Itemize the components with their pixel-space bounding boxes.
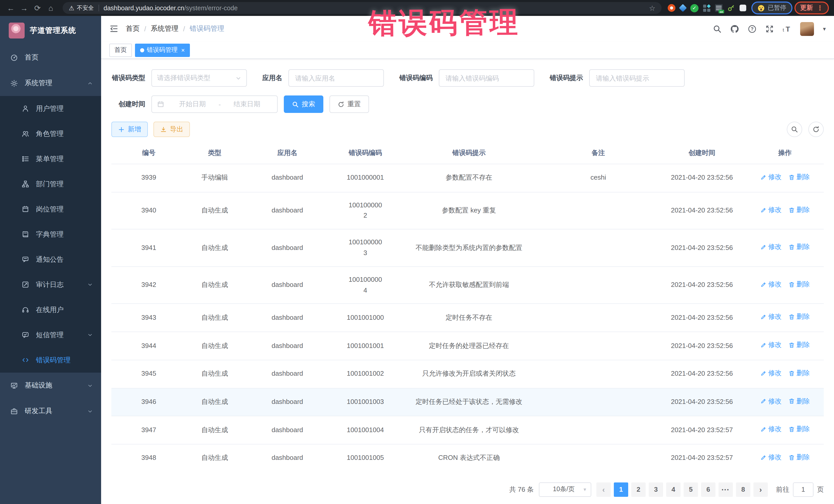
avatar-caret-icon[interactable]: ▾ (823, 25, 826, 32)
table-row: 3944自动生成dashboard1001001001定时任务的处理器已经存在2… (111, 332, 824, 360)
bookmark-star-icon[interactable]: ☆ (649, 4, 655, 12)
sidebar-item-audit-logs[interactable]: 审计日志 (0, 272, 101, 297)
sidebar-item-positions[interactable]: 岗位管理 (0, 197, 101, 222)
delete-link[interactable]: 删除 (788, 279, 810, 290)
fullscreen-icon[interactable] (766, 24, 774, 33)
extension-icon-4[interactable] (703, 4, 710, 12)
sidebar-item-system[interactable]: 系统管理 (0, 70, 101, 96)
page-button-4[interactable]: 4 (666, 482, 681, 497)
add-button[interactable]: 新增 (111, 122, 148, 137)
delete-link[interactable]: 删除 (788, 204, 810, 215)
extension-icon-5[interactable]: on (715, 4, 723, 12)
edit-link[interactable]: 修改 (760, 312, 782, 323)
sidebar-item-departments[interactable]: 部门管理 (0, 171, 101, 197)
forward-icon[interactable]: → (19, 4, 30, 12)
extension-icon-1[interactable] (668, 4, 675, 12)
page-button-6[interactable]: 6 (701, 482, 716, 497)
svg-text:t: t (783, 27, 785, 32)
sidebar-item-devtools[interactable]: 研发工具 (0, 398, 101, 424)
back-icon[interactable]: ← (5, 4, 17, 12)
page-button-1[interactable]: 1 (614, 482, 628, 497)
page-size-select[interactable]: 10条/页 ▾ (539, 482, 591, 497)
chevron-down-icon: ▾ (584, 486, 586, 492)
help-icon[interactable]: ? (748, 24, 757, 33)
error-message-input[interactable] (589, 69, 685, 87)
breadcrumb-home[interactable]: 首页 (126, 24, 139, 34)
edit-link[interactable]: 修改 (760, 279, 782, 290)
edit-link[interactable]: 修改 (760, 396, 782, 407)
sidebar-item-roles[interactable]: 角色管理 (0, 121, 101, 146)
edit-link[interactable]: 修改 (760, 368, 782, 379)
page-button-8[interactable]: 8 (736, 482, 750, 497)
sidebar-item-dictionaries[interactable]: 字典管理 (0, 222, 101, 247)
update-button[interactable]: 更新 ⋮ (794, 2, 829, 14)
delete-link[interactable]: 删除 (788, 172, 810, 183)
edit-link[interactable]: 修改 (760, 424, 782, 435)
github-icon[interactable] (730, 24, 739, 33)
error-type-select[interactable]: 请选择错误码类型 (151, 69, 247, 87)
home-icon[interactable]: ⌂ (45, 4, 57, 12)
error-code-input[interactable] (439, 69, 534, 87)
more-pages-button[interactable]: ••• (719, 482, 733, 497)
edit-link[interactable]: 修改 (760, 204, 782, 215)
extension-icon-6[interactable] (727, 4, 735, 12)
reset-button[interactable]: 重置 (329, 95, 369, 113)
cell-type: 自动生成 (186, 388, 243, 416)
cell-message: 只有开启状态的任务，才可以修改 (399, 416, 539, 444)
paused-extension-pill[interactable]: 已暂停 (751, 2, 792, 14)
page-button-5[interactable]: 5 (684, 482, 698, 497)
extension-icon-2[interactable] (679, 4, 687, 12)
extension-icon-3[interactable]: ✓ (690, 4, 699, 12)
delete-link[interactable]: 删除 (788, 368, 810, 379)
sidebar-fold-icon[interactable] (109, 24, 118, 34)
tab-首页[interactable]: 首页 (109, 43, 132, 57)
edit-link[interactable]: 修改 (760, 340, 782, 351)
sidebar-item-users[interactable]: 用户管理 (0, 96, 101, 121)
page-button-3[interactable]: 3 (649, 482, 663, 497)
edit-link[interactable]: 修改 (760, 172, 782, 183)
delete-link[interactable]: 删除 (788, 396, 810, 407)
export-button[interactable]: 导出 (153, 122, 190, 137)
table-row: 3942自动生成dashboard1001000004不允许获取敏感配置到前端2… (111, 267, 824, 304)
delete-link[interactable]: 删除 (788, 340, 810, 351)
breadcrumb-system[interactable]: 系统管理 (151, 24, 179, 34)
column-header: 错误码编码 (332, 142, 399, 164)
kebab-menu-icon[interactable]: ⋮ (816, 4, 823, 12)
sidebar-item-announcements[interactable]: 通知公告 (0, 247, 101, 272)
sidebar-item-error-codes[interactable]: 错误码管理 (0, 348, 101, 373)
security-chip[interactable]: ⚠ 不安全 (69, 4, 94, 12)
sidebar-item-menus[interactable]: 菜单管理 (0, 146, 101, 171)
search-button[interactable]: 搜索 (284, 95, 323, 113)
app-name-input[interactable] (288, 69, 384, 87)
tab-错误码管理[interactable]: 错误码管理× (135, 43, 190, 57)
edit-link[interactable]: 修改 (760, 452, 782, 463)
reload-icon[interactable]: ⟳ (32, 3, 43, 13)
edit-link[interactable]: 修改 (760, 242, 782, 253)
address-bar[interactable]: ⚠ 不安全 dashboard.yudao.iocoder.cn/system/… (63, 2, 662, 14)
sidebar-item-infrastructure[interactable]: 基础设施 (0, 373, 101, 398)
delete-link[interactable]: 删除 (788, 312, 810, 323)
close-tab-icon[interactable]: × (181, 46, 185, 53)
sidebar-item-home[interactable]: 首页 (0, 45, 101, 70)
show-search-button[interactable] (787, 122, 802, 137)
extension-icon-7[interactable] (740, 5, 746, 11)
cell-created: 2021-04-20 23:52:56 (658, 267, 746, 304)
user-avatar[interactable] (800, 22, 814, 36)
font-size-icon[interactable]: tT (783, 24, 792, 33)
date-range-picker[interactable]: 开始日期 - 结束日期 (151, 95, 278, 113)
delete-link[interactable]: 删除 (788, 452, 810, 463)
goto-page-input[interactable] (793, 482, 813, 497)
sidebar-item-online-users[interactable]: 在线用户 (0, 297, 101, 322)
refresh-table-button[interactable] (808, 122, 824, 137)
table-row: 3948自动生成dashboard1001001005CRON 表达式不正确20… (111, 444, 824, 472)
page-button-2[interactable]: 2 (631, 482, 646, 497)
sidebar-item-sms[interactable]: 短信管理 (0, 322, 101, 348)
cell-code: 1001001004 (332, 416, 399, 444)
delete-link[interactable]: 删除 (788, 424, 810, 435)
table-row: 3945自动生成dashboard1001001002只允许修改为开启或者关闭状… (111, 360, 824, 388)
delete-link[interactable]: 删除 (788, 242, 810, 253)
filter-message-label: 错误码提示 (550, 73, 583, 83)
prev-page-button[interactable]: ‹ (596, 482, 611, 497)
next-page-button[interactable]: › (753, 482, 768, 497)
search-icon[interactable] (713, 24, 722, 33)
